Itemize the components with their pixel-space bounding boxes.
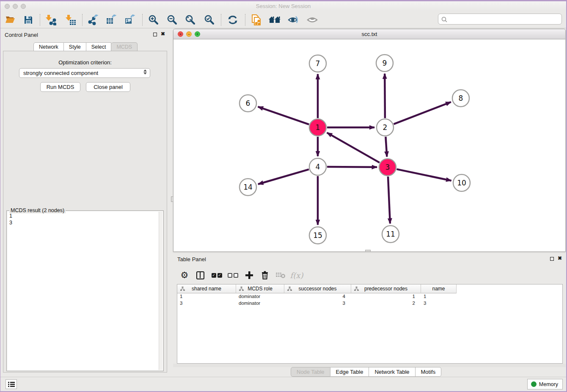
open-session-icon[interactable] [4,14,17,26]
svg-text:15: 15 [313,231,322,240]
edge-1-6[interactable] [258,107,309,124]
main-titlebar: Session: New Session [0,1,566,11]
table-row[interactable]: 1dominator411 [177,293,562,300]
export-image-icon[interactable] [124,14,136,26]
node-6[interactable]: 6 [239,95,256,112]
node-2[interactable]: 2 [377,119,394,136]
app-title: Session: New Session [0,3,566,9]
run-mcds-button[interactable]: Run MCDS [40,82,80,92]
memory-label: Memory [539,381,558,387]
zoom-out-icon[interactable] [166,14,179,26]
svg-text:2: 2 [383,123,388,132]
network-graph: 7968124314101511 [173,39,565,251]
column-header-predecessor-nodes[interactable]: predecessor nodes [351,284,421,293]
search-box[interactable] [438,14,562,25]
tab-network-table[interactable]: Network Table [369,367,415,377]
node-15[interactable]: 15 [309,227,326,244]
delete-column-trash-icon[interactable] [258,268,272,282]
edge-4-14[interactable] [258,169,309,184]
cell-predecessor-nodes: 2 [351,300,421,307]
tab-select[interactable]: Select [86,42,112,51]
table-panel-header: Table Panel ✖ [173,254,566,265]
cell-MCDS-role: dominator [236,300,284,307]
delete-table-icon [273,268,288,282]
edge-3-10[interactable] [397,169,451,181]
table-panel-title: Table Panel [177,256,206,262]
edge-2-3[interactable] [385,137,387,157]
node-7[interactable]: 7 [309,55,326,72]
close-panel-button[interactable]: Close panel [86,82,130,92]
criterion-dropdown[interactable]: strongly connected component [19,68,150,78]
tab-node-table[interactable]: Node Table [291,367,330,377]
add-column-icon[interactable] [242,268,256,282]
edge-4-3[interactable] [327,167,377,167]
node-14[interactable]: 14 [239,179,256,196]
control-panel-tabs: NetworkStyleSelectMCDS [33,42,138,51]
home-network-icon[interactable] [268,14,281,26]
select-all-rows-icon[interactable]: ✓✓ [209,268,224,282]
network-window-titlebar[interactable]: × − + scc.txt [173,29,565,39]
apply-layout-refresh-icon[interactable] [226,14,239,26]
save-session-icon[interactable] [22,14,35,26]
hide-panel-eye-icon[interactable] [287,14,300,26]
float-table-panel-icon[interactable] [550,257,554,261]
table-header-row: shared nameMCDS rolesuccessor nodesprede… [177,284,562,293]
table-body: 1dominator4113dominator323 [177,293,562,307]
export-table-icon[interactable] [105,14,118,26]
cell-name: 3 [421,300,457,307]
close-panel-icon[interactable]: ✖ [161,31,165,37]
edge-3-11[interactable] [388,177,390,224]
zoom-selected-icon[interactable] [203,14,216,26]
svg-text:14: 14 [243,183,253,191]
node-3[interactable]: 3 [379,159,396,176]
show-eye-icon[interactable] [306,14,319,26]
network-canvas[interactable]: 7968124314101511 [173,39,565,251]
tab-network[interactable]: Network [33,42,64,51]
column-panel-icon[interactable] [193,268,207,282]
node-4[interactable]: 4 [309,158,326,175]
task-history-button[interactable] [6,379,17,389]
optimization-criterion-label: Optimization criterion: [0,59,170,66]
search-icon [441,17,447,22]
toolbar-separator [40,14,40,26]
splitter-grip-left[interactable] [171,196,173,202]
search-input[interactable] [449,15,559,23]
cell-successor-nodes: 4 [284,293,351,300]
zoom-fit-icon[interactable] [184,14,197,26]
tab-mcds[interactable]: MCDS [111,42,138,51]
zoom-in-icon[interactable] [147,14,160,26]
column-header-name[interactable]: name [421,284,457,293]
deselect-all-rows-icon[interactable] [226,268,240,282]
table-row[interactable]: 3dominator323 [177,300,562,307]
tab-style[interactable]: Style [64,42,86,51]
float-panel-icon[interactable] [153,33,157,36]
export-network-icon[interactable] [87,14,99,26]
node-11[interactable]: 11 [382,226,399,243]
node-8[interactable]: 8 [452,90,469,107]
splitter-grip-bottom[interactable] [365,250,371,252]
svg-text:1: 1 [316,123,320,132]
table-settings-gear-icon[interactable]: ⚙ [177,268,192,282]
node-table[interactable]: shared nameMCDS rolesuccessor nodesprede… [177,284,563,364]
node-1[interactable]: 1 [309,119,326,136]
edge-2-8[interactable] [394,102,451,124]
tab-edge-table[interactable]: Edge Table [330,367,369,377]
memory-button[interactable]: Memory [527,379,563,389]
column-header-MCDS-role[interactable]: MCDS role [236,284,284,293]
edge-3-1[interactable] [327,133,380,163]
svg-text:8: 8 [459,94,463,102]
node-10[interactable]: 10 [453,174,470,191]
column-header-successor-nodes[interactable]: successor nodes [284,284,351,293]
import-network-icon[interactable] [44,14,57,26]
tab-motifs[interactable]: Motifs [416,367,442,377]
column-header-shared-name[interactable]: shared name [177,284,236,293]
mcds-result-textarea[interactable]: 13 [7,211,163,370]
result-scrollbar[interactable] [159,212,162,370]
duplicate-network-icon[interactable] [250,14,263,26]
edge-2-9[interactable] [385,74,385,118]
table-tabs: Node TableEdge TableNetwork TableMotifs [291,367,441,377]
close-table-panel-icon[interactable]: ✖ [558,255,562,261]
node-9[interactable]: 9 [376,55,393,72]
app-window: Session: New Session [0,1,566,391]
import-table-icon[interactable] [64,14,77,26]
